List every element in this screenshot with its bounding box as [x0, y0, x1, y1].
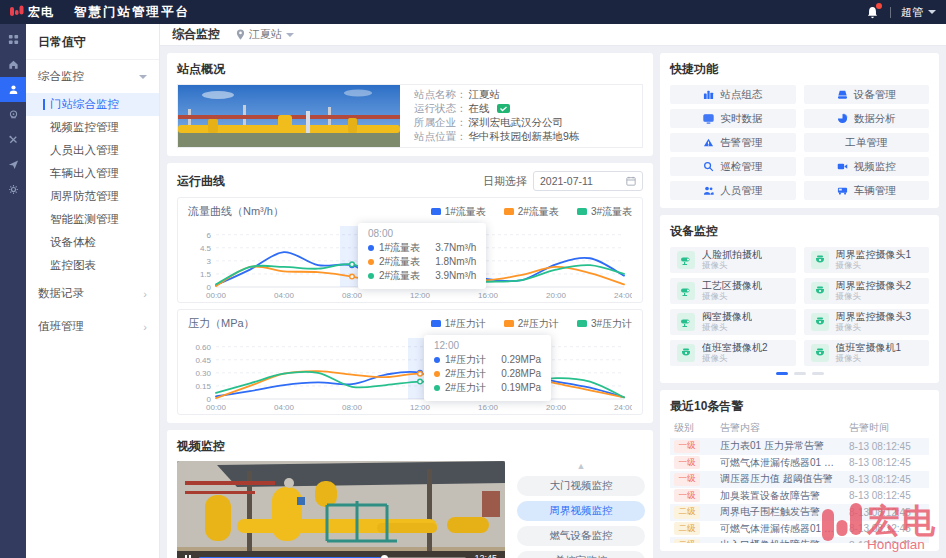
sidebar-item-smart-monitoring[interactable]: 智能监测管理 — [26, 208, 159, 231]
alarm-row: 一级压力表01 压力异常告警8-13 08:12:45 — [670, 438, 929, 455]
chevron-right-icon: › — [143, 288, 147, 300]
sidebar-item-device-check[interactable]: 设备体检 — [26, 231, 159, 254]
level-badge: 一级 — [674, 456, 700, 469]
pressure-chart-legend: 1#压力计 2#压力计 3#压力计 — [431, 317, 632, 331]
chevron-down-icon — [928, 10, 936, 14]
sidebar-item-personnel-access[interactable]: 人员出入管理 — [26, 139, 159, 162]
device-face-capture-camera[interactable]: 人脸抓拍摄机摄像头 — [670, 247, 796, 273]
sidebar-item-station-monitoring[interactable]: 门站综合监控 — [26, 93, 159, 116]
rail-home-icon[interactable] — [0, 52, 26, 77]
flow-chart-legend: 1#流量表 2#流量表 3#流量表 — [431, 205, 632, 219]
sidebar-link-data-records[interactable]: 数据记录› — [26, 277, 159, 310]
quick-station-config-button[interactable]: 站点组态 — [670, 85, 796, 104]
legend-flow-2[interactable]: 2#流量表 — [504, 205, 559, 219]
video-player[interactable]: 12:45 — [177, 461, 505, 558]
device-perimeter-camera-1[interactable]: 周界监控摄像头1摄像头 — [804, 247, 930, 273]
rail-user-icon[interactable] — [0, 77, 26, 102]
level-badge: 一级 — [674, 440, 700, 453]
flow-chart-box: 流量曲线（Nm³/h） 1#流量表 2#流量表 3#流量表 01.534.560… — [177, 197, 643, 303]
curves-panel: 运行曲线 日期选择 2021-07-11 — [167, 163, 653, 423]
station-location: 华中科技园创新基地9栋 — [469, 130, 580, 144]
quick-device-management-button[interactable]: 设备管理 — [804, 85, 930, 104]
alarm-row: 一级加臭装置设备故障告警8-13 08:12:45 — [670, 488, 929, 505]
pause-button[interactable] — [185, 555, 191, 558]
dome-camera-icon — [811, 282, 829, 300]
rail-tools-icon[interactable] — [0, 127, 26, 152]
brand-text: 宏电 — [28, 4, 54, 21]
device-perimeter-camera-2[interactable]: 周界监控摄像头2摄像头 — [804, 278, 930, 304]
video-panel: 视频监控 — [167, 430, 653, 558]
quick-vehicle-management-button[interactable]: 车辆管理 — [804, 181, 930, 200]
flow-chart-tooltip: 08:00 1#流量表3.7Nm³/h 2#流量表1.8Nm³/h 2#流量表3… — [358, 223, 486, 289]
device-process-area-camera[interactable]: 工艺区摄像机摄像头 — [670, 278, 796, 304]
quick-alarm-management-button[interactable]: 告警管理 — [670, 133, 796, 152]
quick-inspection-button[interactable]: 巡检管理 — [670, 157, 796, 176]
page-dot-2[interactable] — [794, 372, 806, 375]
quick-data-analysis-button[interactable]: 数据分析 — [804, 109, 930, 128]
quick-functions-panel: 快捷功能 站点组态 设备管理 — [660, 53, 939, 208]
page-dot-3[interactable] — [812, 372, 824, 375]
chevron-down-icon — [139, 75, 147, 79]
page-title: 综合监控 — [172, 26, 220, 43]
chevron-right-icon: › — [143, 321, 147, 333]
user-menu[interactable]: 超管 — [901, 5, 936, 20]
device-duty-room-camera-2[interactable]: 值班室摄像机2摄像头 — [670, 340, 796, 366]
realtime-icon — [703, 113, 714, 124]
video-source-perimeter[interactable]: 周界视频监控 — [517, 501, 645, 521]
notification-bell-icon[interactable] — [864, 4, 880, 20]
video-source-list: ▲ 大门视频监控 周界视频监控 燃气设备监控 总控室监控 总控室监控 ▼ — [517, 461, 645, 558]
sidebar-group-monitoring[interactable]: 综合监控 — [26, 60, 159, 93]
legend-pressure-3[interactable]: 3#压力计 — [577, 317, 632, 331]
device-duty-room-camera-1[interactable]: 值班室摄像机1摄像头 — [804, 340, 930, 366]
quick-realtime-data-button[interactable]: 实时数据 — [670, 109, 796, 128]
svg-text:12:00: 12:00 — [410, 403, 431, 412]
device-perimeter-camera-3[interactable]: 周界监控摄像头3摄像头 — [804, 309, 930, 335]
legend-flow-3[interactable]: 3#流量表 — [577, 205, 632, 219]
quick-work-order-button[interactable]: 工单管理 — [804, 133, 930, 152]
legend-flow-1[interactable]: 1#流量表 — [431, 205, 486, 219]
icon-rail — [0, 24, 26, 558]
video-progress-knob[interactable] — [381, 555, 388, 558]
sidebar-item-video-management[interactable]: 视频监控管理 — [26, 116, 159, 139]
scroll-up-icon[interactable]: ▲ — [577, 462, 586, 471]
app-title: 智慧门站管理平台 — [74, 4, 190, 21]
calendar-icon — [626, 176, 636, 186]
rail-send-icon[interactable] — [0, 152, 26, 177]
device-monitoring-panel: 设备监控 人脸抓拍摄机摄像头 周界监控摄像头1摄像头 — [660, 215, 939, 383]
svg-text:00:00: 00:00 — [206, 403, 227, 412]
quick-video-monitoring-button[interactable]: 视频监控 — [804, 157, 930, 176]
dome-camera-icon — [811, 344, 829, 362]
svg-text:3: 3 — [207, 257, 212, 266]
video-source-gas-equipment[interactable]: 燃气设备监控 — [517, 526, 645, 546]
pressure-chart-box: 压力（MPa） 1#压力计 2#压力计 3#压力计 00.150.300.450… — [177, 309, 643, 415]
sidebar-item-perimeter[interactable]: 周界防范管理 — [26, 185, 159, 208]
devices-title: 设备监控 — [670, 223, 929, 240]
svg-text:4.5: 4.5 — [200, 244, 212, 253]
inspect-icon — [703, 161, 714, 172]
sidebar-link-duty-management[interactable]: 值班管理› — [26, 310, 159, 343]
dome-camera-icon — [677, 344, 695, 362]
video-source-control-room-1[interactable]: 总控室监控 — [517, 551, 645, 558]
rail-monitor-icon[interactable] — [0, 102, 26, 127]
svg-text:16:00: 16:00 — [478, 403, 499, 412]
sidebar-item-monitoring-charts[interactable]: 监控图表 — [26, 254, 159, 277]
level-badge: 一级 — [674, 489, 700, 502]
quick-title: 快捷功能 — [670, 61, 929, 78]
svg-text:6: 6 — [207, 231, 212, 240]
device-valve-room-camera[interactable]: 阀室摄像机摄像头 — [670, 309, 796, 335]
sidebar-item-vehicle-access[interactable]: 车辆出入管理 — [26, 162, 159, 185]
legend-pressure-2[interactable]: 2#压力计 — [504, 317, 559, 331]
legend-pressure-1[interactable]: 1#压力计 — [431, 317, 486, 331]
rail-menu-icon[interactable] — [0, 27, 26, 52]
quick-personnel-management-button[interactable]: 人员管理 — [670, 181, 796, 200]
map-pin-icon — [236, 29, 245, 40]
date-picker-input[interactable]: 2021-07-11 — [533, 171, 643, 191]
station-selector[interactable]: 江夏站 — [236, 27, 294, 42]
svg-text:0.60: 0.60 — [195, 343, 211, 352]
rail-gear-icon[interactable] — [0, 177, 26, 202]
pressure-line-chart: 00.150.300.450.6000:0004:0008:0012:0016:… — [186, 333, 632, 413]
level-badge: 二级 — [674, 539, 700, 543]
page-dot-1[interactable] — [776, 372, 788, 375]
svg-text:12:00: 12:00 — [410, 291, 431, 300]
video-source-gate[interactable]: 大门视频监控 — [517, 476, 645, 496]
